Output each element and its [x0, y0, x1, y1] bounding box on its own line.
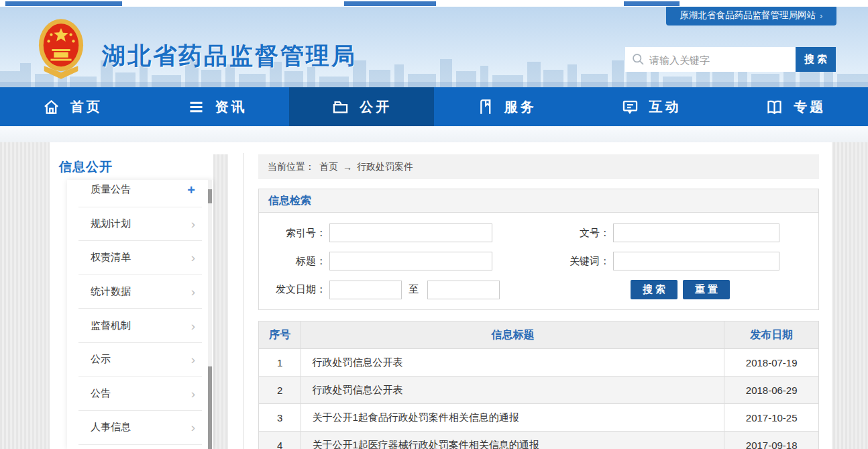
- row-no: 2: [259, 377, 301, 404]
- row-title-link[interactable]: 关于公开1起医疗器械行政处罚案件相关信息的通报: [301, 432, 724, 449]
- breadcrumb-arrow-icon: →: [343, 162, 352, 172]
- top-strip: [0, 0, 868, 7]
- nav-tab-interaction[interactable]: 互动: [579, 87, 724, 126]
- chevron-right-icon: ›: [191, 319, 195, 332]
- old-site-link-button[interactable]: 原湖北省食品药品监督管理局网站 ›: [666, 7, 836, 26]
- info-search-form: 索引号： 文号： 标题： 关键词： 发文日期： 至 搜 索 重 置: [259, 213, 818, 310]
- site-title: 湖北省药品监督管理局: [102, 40, 357, 72]
- sidebar-texture-strip: [213, 154, 228, 449]
- book-bookmark-icon: [476, 98, 494, 116]
- sidebar-item-quality-notice[interactable]: 质量公告 +: [78, 180, 202, 207]
- row-no: 1: [259, 349, 301, 377]
- nav-tab-news[interactable]: 资讯: [145, 87, 290, 126]
- open-book-icon: [765, 98, 783, 116]
- chevron-right-icon: ›: [191, 387, 195, 400]
- sidebar-menu: 质量公告 + 规划计划 › 权责清单 › 统计数据 › 监督机制 › 公示 ›: [67, 180, 213, 449]
- table-row: 3 关于公开1起食品行政处罚案件相关信息的通报 2017-10-25: [259, 404, 819, 432]
- index-no-label: 索引号：: [259, 227, 326, 240]
- sidebar-item-statistics[interactable]: 统计数据 ›: [78, 275, 202, 309]
- table-row: 1 行政处罚信息公开表 2018-07-19: [259, 349, 819, 377]
- news-list-icon: [187, 98, 205, 116]
- sidebar-scrollbar-thumb[interactable]: [208, 366, 212, 449]
- col-header-date: 发布日期: [724, 321, 819, 349]
- chevron-right-icon: ›: [191, 217, 195, 230]
- search-icon: [631, 52, 645, 66]
- row-date: 2018-06-29: [724, 377, 819, 404]
- form-search-button[interactable]: 搜 索: [631, 280, 677, 299]
- title-input[interactable]: [329, 252, 492, 270]
- sidebar-item-plans[interactable]: 规划计划 ›: [78, 207, 202, 242]
- keyword-input[interactable]: [613, 252, 779, 270]
- sidebar-item-publicity[interactable]: 公示 ›: [78, 343, 202, 377]
- col-header-no: 序号: [259, 321, 301, 349]
- row-date: 2017-10-25: [724, 404, 819, 432]
- top-strip-segment: [5, 1, 122, 6]
- chevron-right-icon: ›: [191, 421, 195, 434]
- chevron-right-icon: ›: [820, 11, 822, 21]
- sidebar-item-responsibility-list[interactable]: 权责清单 ›: [78, 241, 202, 275]
- chevron-right-icon: ›: [191, 353, 195, 366]
- breadcrumb: 当前位置： 首页 → 行政处罚案件: [258, 154, 819, 179]
- info-search-panel: 信息检索 索引号： 文号： 标题： 关键词： 发文日期： 至 搜 索 重 置: [258, 189, 819, 310]
- nav-tab-services[interactable]: 服务: [434, 87, 579, 126]
- site-header: 湖北省药品监督管理局 原湖北省食品药品监督管理局网站 › 搜 索: [0, 7, 868, 87]
- search-input-wrap: [625, 47, 796, 72]
- info-search-title: 信息检索: [259, 189, 818, 213]
- sidebar-scrollbar-thumb[interactable]: [208, 189, 212, 203]
- folder-icon: [331, 98, 349, 116]
- publish-date-label: 发文日期：: [259, 283, 326, 296]
- nav-tab-topics[interactable]: 专题: [723, 87, 868, 126]
- index-no-input[interactable]: [329, 223, 492, 242]
- site-search-bar: 搜 索: [625, 47, 836, 72]
- breadcrumb-label: 当前位置：: [268, 161, 315, 173]
- doc-no-label: 文号：: [492, 227, 610, 240]
- doc-no-input[interactable]: [613, 223, 779, 242]
- col-header-title: 信息标题: [301, 321, 724, 349]
- sidebar-item-supervision[interactable]: 监督机制 ›: [78, 309, 202, 343]
- row-no: 4: [259, 432, 301, 449]
- chevron-right-icon: ›: [191, 285, 195, 298]
- row-title-link[interactable]: 行政处罚信息公开表: [301, 349, 724, 377]
- row-title-link[interactable]: 行政处罚信息公开表: [301, 377, 724, 404]
- top-strip-segment: [624, 1, 680, 6]
- breadcrumb-current: 行政处罚案件: [357, 161, 413, 173]
- sidebar-title: 信息公开: [59, 158, 113, 176]
- nav-bottom-strip: [0, 126, 868, 142]
- date-to-input[interactable]: [427, 281, 500, 299]
- row-title-link[interactable]: 关于公开1起食品行政处罚案件相关信息的通报: [301, 404, 724, 432]
- home-icon: [42, 98, 60, 116]
- results-table: 序号 信息标题 发布日期 1 行政处罚信息公开表 2018-07-19 2 行政…: [258, 321, 819, 449]
- chevron-right-icon: ›: [191, 251, 195, 264]
- sidebar-item-announcements[interactable]: 公告 ›: [78, 377, 202, 411]
- breadcrumb-home-link[interactable]: 首页: [319, 161, 338, 173]
- nav-tab-disclosure[interactable]: 公开: [289, 87, 434, 126]
- row-date: 2018-07-19: [724, 349, 819, 377]
- keyword-label: 关键词：: [492, 255, 610, 268]
- date-to-label: 至: [409, 283, 419, 296]
- page: 湖北省药品监督管理局 原湖北省食品药品监督管理局网站 › 搜 索 首页: [0, 0, 868, 449]
- national-emblem: [38, 17, 85, 83]
- table-row: 4 关于公开1起医疗器械行政处罚案件相关信息的通报 2017-09-18: [259, 432, 819, 449]
- date-from-input[interactable]: [329, 281, 402, 299]
- table-header-row: 序号 信息标题 发布日期: [259, 321, 819, 349]
- site-search-input[interactable]: [648, 47, 793, 73]
- sidebar-list: 质量公告 + 规划计划 › 权责清单 › 统计数据 › 监督机制 › 公示 ›: [67, 180, 213, 445]
- row-no: 3: [259, 404, 301, 432]
- row-date: 2017-09-18: [724, 432, 819, 449]
- column-divider: [243, 153, 244, 449]
- chat-bubble-icon: [621, 98, 639, 116]
- plus-expand-icon[interactable]: +: [187, 183, 195, 197]
- title-label: 标题：: [259, 255, 326, 268]
- main-nav: 首页 资讯 公开 服务 互动: [0, 87, 868, 126]
- site-search-button[interactable]: 搜 索: [796, 47, 836, 72]
- table-row: 2 行政处罚信息公开表 2018-06-29: [259, 377, 819, 404]
- top-strip-segment: [344, 1, 436, 6]
- form-reset-button[interactable]: 重 置: [683, 280, 730, 299]
- sidebar-item-personnel[interactable]: 人事信息 ›: [78, 411, 202, 445]
- nav-tab-home[interactable]: 首页: [0, 87, 145, 126]
